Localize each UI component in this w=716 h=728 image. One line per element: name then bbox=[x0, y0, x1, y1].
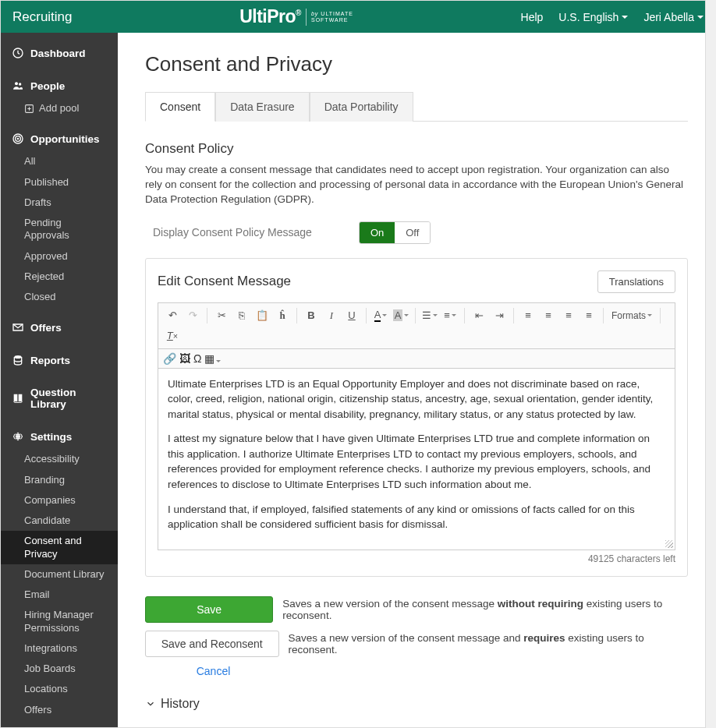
link-icon[interactable]: 🔗 bbox=[163, 352, 176, 365]
paste-icon[interactable]: 📋 bbox=[253, 306, 271, 325]
svg-point-1 bbox=[15, 82, 18, 85]
main-content: Consent and Privacy Consent Data Erasure… bbox=[118, 33, 715, 727]
align-justify-icon[interactable]: ≡ bbox=[580, 306, 598, 325]
sidebar-settings-item[interactable]: Job Boards bbox=[1, 659, 118, 679]
table-icon[interactable]: ▦ bbox=[204, 352, 221, 365]
sidebar-settings-item[interactable]: Companies bbox=[1, 490, 118, 511]
col-view: View bbox=[622, 720, 688, 727]
save-desc: Saves a new version of the consent messa… bbox=[282, 598, 688, 621]
tab-consent[interactable]: Consent bbox=[145, 92, 215, 122]
resize-handle-icon[interactable] bbox=[665, 540, 673, 548]
svg-point-8 bbox=[16, 435, 19, 438]
sidebar-settings-item[interactable]: Offers bbox=[1, 700, 118, 720]
toggle-on[interactable]: On bbox=[360, 222, 395, 243]
sidebar-opp-item[interactable]: Pending Approvals bbox=[1, 213, 118, 246]
sidebar-opp-item[interactable]: All bbox=[1, 151, 118, 171]
sidebar-opportunities[interactable]: Opportunities bbox=[1, 118, 118, 151]
align-center-icon[interactable]: ≡ bbox=[539, 306, 558, 325]
rich-text-editor: ↶ ↷ ✂ ⎘ 📋 ĥ B I U A A bbox=[158, 302, 675, 550]
chevron-down-icon bbox=[145, 698, 156, 709]
sidebar-people[interactable]: People bbox=[1, 65, 118, 98]
sidebar-settings-item[interactable]: Branding bbox=[1, 470, 118, 490]
gear-icon bbox=[12, 430, 24, 443]
sidebar-dashboard[interactable]: Dashboard bbox=[1, 33, 118, 65]
editor-paragraph: I attest my signature below that I have … bbox=[168, 431, 665, 492]
people-icon bbox=[12, 80, 24, 92]
save-reconsent-desc: Saves a new version of the consent messa… bbox=[289, 632, 689, 656]
cancel-link[interactable]: Cancel bbox=[145, 665, 282, 677]
sidebar-settings-item[interactable]: Integrations bbox=[1, 638, 118, 659]
undo-icon[interactable]: ↶ bbox=[163, 306, 182, 325]
help-link[interactable]: Help bbox=[521, 11, 544, 23]
sidebar-settings-item[interactable]: Locations bbox=[1, 679, 118, 699]
page-title: Consent and Privacy bbox=[145, 52, 688, 76]
save-reconsent-button[interactable]: Save and Reconsent bbox=[145, 631, 279, 657]
plus-box-icon bbox=[24, 104, 34, 114]
sidebar-offers[interactable]: Offers bbox=[1, 307, 118, 340]
redo-icon[interactable]: ↷ bbox=[183, 306, 202, 325]
bg-color-icon[interactable]: A bbox=[392, 306, 410, 325]
sidebar-reports[interactable]: Reports bbox=[1, 340, 118, 373]
app-name: Recruiting bbox=[12, 9, 73, 25]
svg-point-6 bbox=[17, 139, 18, 140]
sidebar-opp-item[interactable]: Approved bbox=[1, 246, 118, 267]
sidebar-add-pool[interactable]: Add pool bbox=[1, 98, 118, 118]
underline-icon[interactable]: U bbox=[342, 306, 361, 325]
char-count: 49125 characters left bbox=[158, 553, 675, 564]
tab-data-portability[interactable]: Data Portability bbox=[310, 92, 413, 122]
indent-icon[interactable]: ⇥ bbox=[490, 306, 509, 325]
outdent-icon[interactable]: ⇤ bbox=[470, 306, 488, 325]
bold-icon[interactable]: B bbox=[302, 306, 321, 325]
history-table: Last Updated On Reconsent Required View … bbox=[145, 720, 688, 727]
number-list-icon[interactable]: ≡ bbox=[441, 306, 459, 325]
sidebar-opp-item[interactable]: Closed bbox=[1, 287, 118, 307]
display-policy-toggle[interactable]: On Off bbox=[359, 221, 431, 244]
scrollbar[interactable] bbox=[705, 33, 715, 727]
align-left-icon[interactable]: ≡ bbox=[519, 306, 537, 325]
align-right-icon[interactable]: ≡ bbox=[559, 306, 578, 325]
svg-point-2 bbox=[19, 83, 21, 85]
sidebar-settings-item[interactable]: Accessibility bbox=[1, 449, 118, 469]
clear-format-icon[interactable]: T× bbox=[163, 327, 182, 345]
editor-paragraph: Ultimate Enterprises LTD is an Equal Opp… bbox=[168, 376, 665, 422]
sidebar-settings-item[interactable]: Email bbox=[1, 585, 118, 605]
copy-icon[interactable]: ⎘ bbox=[232, 306, 251, 325]
caret-down-icon bbox=[622, 16, 628, 19]
image-icon[interactable]: 🖼 bbox=[179, 352, 190, 365]
formats-dropdown[interactable]: Formats bbox=[608, 310, 655, 321]
caret-down-icon bbox=[697, 16, 704, 19]
find-icon[interactable]: ĥ bbox=[273, 306, 292, 325]
section-title: Consent Policy bbox=[145, 141, 688, 157]
logo: UltiPro® by ULTIMATESOFTWARE bbox=[73, 6, 521, 27]
bullet-list-icon[interactable]: ☰ bbox=[420, 306, 439, 325]
omega-icon[interactable]: Ω bbox=[193, 352, 201, 365]
rte-toolbar: ↶ ↷ ✂ ⎘ 📋 ĥ B I U A A bbox=[158, 303, 675, 349]
sidebar-opp-item[interactable]: Published bbox=[1, 172, 118, 193]
sidebar-settings-item[interactable]: Hiring Manager Permissions bbox=[1, 605, 118, 638]
italic-icon[interactable]: I bbox=[322, 306, 341, 325]
envelope-icon bbox=[12, 321, 24, 334]
tabs: Consent Data Erasure Data Portability bbox=[145, 92, 688, 122]
text-color-icon[interactable]: A bbox=[371, 306, 390, 325]
sidebar-settings[interactable]: Settings bbox=[1, 416, 118, 449]
sidebar-opp-item[interactable]: Rejected bbox=[1, 267, 118, 287]
col-last-updated: Last Updated On bbox=[145, 720, 384, 727]
translations-button[interactable]: Translations bbox=[597, 270, 675, 293]
sidebar-settings-item[interactable]: Candidate bbox=[1, 511, 118, 531]
toggle-off[interactable]: Off bbox=[395, 222, 430, 243]
history-toggle[interactable]: History bbox=[145, 697, 688, 711]
sidebar-settings-item[interactable]: Document Library bbox=[1, 564, 118, 585]
language-selector[interactable]: U.S. English bbox=[558, 11, 628, 23]
col-reconsent: Reconsent Required bbox=[384, 720, 622, 727]
sidebar-settings-item[interactable]: Consent and Privacy bbox=[1, 531, 118, 564]
save-button[interactable]: Save bbox=[145, 596, 273, 623]
tab-data-erasure[interactable]: Data Erasure bbox=[215, 92, 309, 122]
editor-paragraph: I understand that, if employed, falsifie… bbox=[168, 502, 665, 532]
top-bar: Recruiting UltiPro® by ULTIMATESOFTWARE … bbox=[1, 1, 715, 33]
cut-icon[interactable]: ✂ bbox=[212, 306, 231, 325]
target-icon bbox=[12, 133, 24, 145]
user-menu[interactable]: Jeri Abella bbox=[643, 11, 704, 23]
sidebar-opp-item[interactable]: Drafts bbox=[1, 193, 118, 213]
editor-body[interactable]: Ultimate Enterprises LTD is an Equal Opp… bbox=[158, 369, 675, 550]
sidebar-question-library[interactable]: Question Library bbox=[1, 373, 118, 416]
